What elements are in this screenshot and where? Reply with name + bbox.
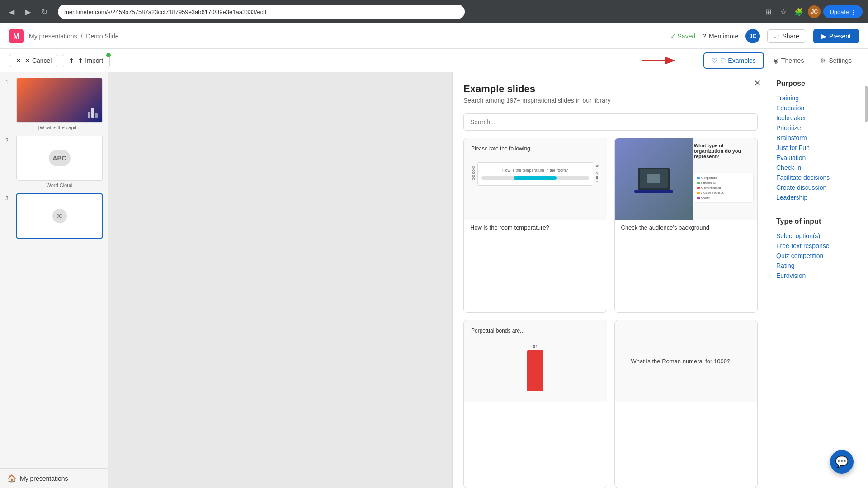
sidebar-link-just-for-fun[interactable]: Just for Fun — [776, 143, 861, 153]
sidebar-link-prioritize[interactable]: Prioritize — [776, 123, 861, 133]
card-preview-temperature: Please rate the following: too cold How … — [464, 138, 607, 220]
share-icon: ⇌ — [774, 33, 779, 40]
home-icon: 🏠 — [7, 474, 16, 483]
abc-word-cloud-thumb: ABC — [49, 150, 71, 166]
question-icon: ? — [703, 33, 706, 40]
browser-user-avatar[interactable]: JC — [808, 5, 821, 18]
svg-text:M: M — [13, 33, 19, 40]
jc-slide-thumb: JC — [52, 209, 67, 223]
sidebar-link-create-discussion[interactable]: Create discussion — [776, 183, 861, 192]
slide-number-2: 2 — [5, 137, 13, 144]
sidebar-link-rating[interactable]: Rating — [776, 261, 861, 271]
settings-tab[interactable]: ⚙ Settings — [813, 53, 859, 68]
sidebar-link-eurovision[interactable]: Eurovision — [776, 271, 861, 281]
example-card-roman[interactable]: What is the Roman numeral for 1000? — [614, 320, 758, 488]
sidebar-divider — [776, 210, 861, 210]
my-presentations-label[interactable]: My presentations — [20, 475, 68, 482]
slide-item-2[interactable]: 2 ABC Word Cloud — [4, 134, 104, 190]
import-label: ⬆ Import — [78, 57, 103, 64]
right-sidebar: Purpose Training Education Icebreaker Pr… — [769, 72, 868, 488]
cancel-label: ✕ Cancel — [25, 57, 52, 64]
forward-button[interactable]: ▶ — [22, 5, 34, 18]
sidebar-link-free-text[interactable]: Free-text response — [776, 241, 861, 251]
address-bar[interactable]: mentimeter.com/s/2459b757587a23ccf718795… — [58, 5, 465, 19]
scrollbar-thumb[interactable] — [865, 86, 868, 122]
settings-label: Settings — [829, 57, 852, 64]
sidebar-link-brainstorm[interactable]: Brainstorm — [776, 133, 861, 143]
examples-label: ♡ Examples — [720, 57, 755, 64]
import-wrap: ⬆ ⬆ Import — [62, 54, 110, 67]
examples-panel: Example slides Search among 197+ inspira… — [452, 72, 769, 488]
card-preview-bonds: Perpetual bonds are... 34 — [464, 320, 607, 402]
example-card-audience[interactable]: What type of organization do you represe… — [614, 138, 758, 313]
jc-avatar-thumb: JC — [52, 209, 67, 223]
card-label-bonds — [464, 402, 607, 411]
breadcrumb-part1[interactable]: My presentations — [29, 33, 77, 40]
panel-subtitle: Search among 197+ inspirational slides i… — [463, 97, 758, 104]
logo-area: M — [9, 29, 24, 43]
breadcrumb-separator: / — [81, 33, 83, 40]
slide-label-2: Word Cloud — [16, 183, 103, 188]
slides-panel: 1 ▶ [What is the capit... 2 — [0, 72, 108, 488]
slide-number-1: 1 — [5, 80, 13, 86]
example-card-bonds[interactable]: Perpetual bonds are... 34 — [463, 320, 607, 488]
card-preview-roman: What is the Roman numeral for 1000? — [615, 320, 758, 402]
update-button[interactable]: Update ⋮ — [823, 5, 863, 18]
slide-thumb-3: JC — [16, 193, 103, 239]
star-icon[interactable]: ☆ — [777, 5, 790, 18]
card-label-audience: Check the audience's background — [615, 220, 758, 235]
extension-icon[interactable]: 🧩 — [793, 5, 805, 18]
share-label: Share — [782, 33, 799, 40]
present-button[interactable]: ▶ Present — [813, 29, 859, 43]
slide-item-3[interactable]: 3 JC — [4, 192, 104, 240]
example-slides-grid: Please rate the following: too cold How … — [453, 138, 769, 488]
back-button[interactable]: ◀ — [5, 5, 18, 18]
toolbar: ✕ ✕ Cancel ⬆ ⬆ Import ♡ ♡ Examples — [0, 49, 868, 72]
sidebar-link-quiz[interactable]: Quiz competition — [776, 251, 861, 261]
sidebar-link-facilitate[interactable]: Facilitate decisions — [776, 173, 861, 183]
sidebar-link-education[interactable]: Education — [776, 103, 861, 113]
chat-button[interactable]: 💬 — [830, 450, 854, 474]
cancel-icon: ✕ — [16, 57, 21, 64]
sidebar-link-training[interactable]: Training — [776, 93, 861, 103]
close-panel-button[interactable]: ✕ — [754, 78, 761, 89]
examples-tab[interactable]: ♡ ♡ Examples — [703, 52, 764, 69]
app-header: M My presentations / Demo Slide ✓ Saved … — [0, 23, 868, 49]
examples-icon: ♡ — [712, 57, 717, 64]
cancel-button[interactable]: ✕ ✕ Cancel — [9, 54, 58, 67]
bottom-bar: 🏠 My presentations — [0, 468, 108, 488]
slide-item-1[interactable]: 1 ▶ [What is the capit... — [4, 76, 104, 132]
import-icon: ⬆ — [69, 57, 74, 64]
browser-chrome: ◀ ▶ ↻ mentimeter.com/s/2459b757587a23ccf… — [0, 0, 868, 23]
grid-icon[interactable]: ⊞ — [762, 5, 774, 18]
input-section-title: Type of input — [776, 217, 861, 225]
share-button[interactable]: ⇌ Share — [767, 29, 806, 43]
roman-question: What is the Roman numeral for 1000? — [622, 349, 740, 374]
sidebar-link-leadership[interactable]: Leadership — [776, 192, 861, 202]
mentimote-button[interactable]: ? Mentimote — [703, 33, 738, 40]
refresh-button[interactable]: ↻ — [38, 5, 51, 18]
purpose-section-title: Purpose — [776, 80, 861, 88]
user-avatar[interactable]: JC — [745, 29, 760, 43]
slide-1-background — [17, 78, 102, 122]
arrow-annotation — [642, 53, 678, 68]
search-input[interactable] — [463, 113, 758, 131]
bonds-title: Perpetual bonds are... — [471, 328, 524, 334]
themes-tab[interactable]: ◉ Themes — [766, 53, 811, 68]
sidebar-link-select-option[interactable]: Select option(s) — [776, 231, 861, 241]
sidebar-link-icebreaker[interactable]: Icebreaker — [776, 113, 861, 123]
card-label-roman — [615, 402, 758, 411]
browser-actions: ⊞ ☆ 🧩 JC Update ⋮ — [762, 5, 863, 18]
temp-card-inner: Please rate the following: too cold How … — [471, 145, 599, 186]
example-card-temperature[interactable]: Please rate the following: too cold How … — [463, 138, 607, 313]
card-label-temperature: How is the room temperature? — [464, 220, 607, 235]
sidebar-link-evaluation[interactable]: Evaluation — [776, 153, 861, 163]
import-button[interactable]: ⬆ ⬆ Import — [62, 54, 110, 67]
header-right: ✓ Saved ? Mentimote JC ⇌ Share ▶ Present — [670, 29, 859, 43]
sidebar-link-check-in[interactable]: Check-in — [776, 163, 861, 173]
check-icon: ✓ — [670, 33, 676, 40]
present-label: Present — [829, 33, 851, 40]
toolbar-right: ♡ ♡ Examples ◉ Themes ⚙ Settings — [703, 52, 859, 69]
chat-icon: 💬 — [835, 455, 849, 468]
saved-text: Saved — [678, 33, 696, 40]
